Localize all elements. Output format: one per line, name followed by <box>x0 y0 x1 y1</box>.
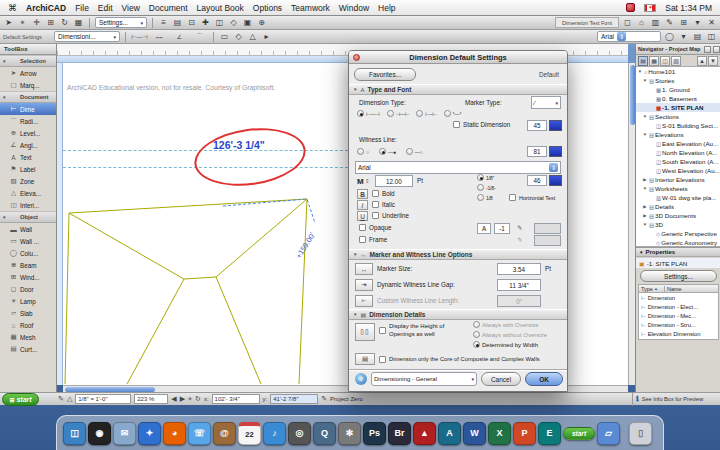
navigator-tree-item[interactable]: ▥ W-01 dwg site pla... <box>636 193 720 202</box>
disclosure-triangle[interactable]: ▼ <box>642 114 648 119</box>
navigator-tree-item[interactable]: ◫ S-01 Building Sect... <box>636 121 720 130</box>
vertical-scrollbar[interactable] <box>628 63 635 385</box>
font-family-dropdown[interactable]: Arial ⇕ <box>355 161 561 174</box>
toolbox-item[interactable]: ▱ Slab <box>0 307 56 319</box>
oversize-option[interactable]: Always with Oversize <box>473 320 547 329</box>
toolbar-icon[interactable]: ◇ <box>233 32 244 41</box>
navigator-tree-item[interactable]: ◫ West Elevation (Au... <box>636 166 720 175</box>
disclosure-triangle[interactable]: ▼ <box>642 132 648 137</box>
dialog-titlebar[interactable]: Dimension Default Settings <box>349 51 567 64</box>
toolbox-item[interactable]: ⌂ Roof <box>0 319 56 331</box>
navigator-settings-button[interactable]: Settings... <box>640 270 717 282</box>
menubar-clock[interactable]: Sat 1:34 PM <box>665 3 712 13</box>
dock-icon-word[interactable]: W <box>463 422 486 445</box>
navigator-tree-item[interactable]: ▼ ▤ 3D <box>636 220 720 229</box>
dimension-style-button[interactable]: ⌒ <box>191 32 208 41</box>
toolbar-icon[interactable]: ⊡ <box>186 18 197 27</box>
checkbox-icon[interactable] <box>509 194 516 201</box>
scale-dropdown[interactable]: 1/8" = 1'-0" <box>75 394 131 404</box>
disclosure-triangle[interactable]: ▼ <box>642 78 648 83</box>
menubar-item[interactable]: Options <box>253 3 282 13</box>
dock-icon-itunes[interactable]: ♪ <box>263 422 286 445</box>
dimension-type-option[interactable]: ⊢–⊢ <box>416 109 436 118</box>
dock-icon-safari[interactable]: ✦ <box>138 422 161 445</box>
section-type-and-font[interactable]: ▼ A Type and Font <box>349 84 567 95</box>
x-coordinate-field[interactable]: 102'- 3/4" <box>212 394 260 404</box>
dock-icon-firefox[interactable]: ◕ <box>163 422 186 445</box>
toolbar-icon[interactable]: ◯ <box>664 32 675 41</box>
stepper-icon[interactable]: ⇕ <box>549 163 558 172</box>
toolbox-item[interactable]: ▦ Mesh <box>0 331 56 343</box>
forward-arrow-icon[interactable]: ▶ <box>180 395 185 403</box>
dimension-style-button[interactable]: ∠ <box>171 33 188 40</box>
toolbar-icon[interactable]: ✚ <box>200 18 211 27</box>
properties-table-row[interactable]: ⊢ Dimension - Elect... <box>639 302 718 311</box>
static-dimension-checkbox-row[interactable]: Static Dimension <box>453 121 510 128</box>
toolbar-icon[interactable]: ▥ <box>650 18 661 27</box>
toolbar-icon[interactable]: ▤ <box>172 18 183 27</box>
toolbox-item[interactable]: ▼ Object <box>0 211 56 223</box>
italic-checkbox-row[interactable]: Italic <box>372 201 395 208</box>
navigator-tree-item[interactable]: ▦ 1. Ground <box>636 85 720 94</box>
opaque-pen-field[interactable]: -1 <box>494 223 510 234</box>
oversize-option[interactable]: Always without Oversize <box>473 330 547 339</box>
menubar-item[interactable]: File <box>75 3 89 13</box>
opaque-checkbox-row[interactable]: Opaque <box>359 224 391 231</box>
witness-line-option[interactable]: —○ <box>406 147 423 156</box>
navigator-collapse-button[interactable] <box>704 46 711 53</box>
toolbar-icon[interactable]: △ <box>247 32 258 41</box>
checkbox-icon[interactable] <box>372 201 379 208</box>
navigator-tree-item[interactable]: ◫ North Elevation (A... <box>636 148 720 157</box>
navigator-tree-item[interactable]: ▦ -1. SITE PLAN <box>636 103 720 112</box>
marker-size-field[interactable]: 3.54 <box>497 263 541 275</box>
menubar-item[interactable]: Document <box>149 3 188 13</box>
toolbar-icon[interactable]: ◫ <box>214 18 225 27</box>
navigator-tree-item[interactable]: ▼ ⌂ Home101 <box>636 67 720 76</box>
favorites-button[interactable]: Favorites... <box>354 68 416 81</box>
checkbox-icon[interactable] <box>372 190 379 197</box>
navigator-down-button[interactable]: ▼ <box>708 56 718 66</box>
dock-icon-archicad[interactable]: A <box>438 422 461 445</box>
navigator-tree-item[interactable]: ▼ ▤ Worksheets <box>636 184 720 193</box>
dock-icon-system-preferences[interactable]: ✻ <box>338 422 361 445</box>
toolbar-icon[interactable]: ▣ <box>242 18 253 27</box>
witness-line-option[interactable]: —● <box>379 147 396 156</box>
bold-checkbox-row[interactable]: Bold <box>372 190 395 197</box>
dock-icon-acrobat[interactable]: ▲ <box>413 422 436 445</box>
toolbox-item[interactable]: ≣ Beam <box>0 259 56 271</box>
dock-icon-dashboard[interactable]: ◉ <box>88 422 111 445</box>
toolbox-item[interactable]: ▭ Wall ... <box>0 235 56 247</box>
menubar-item[interactable]: Teamwork <box>291 3 330 13</box>
opaque-color-box[interactable] <box>534 223 561 234</box>
dimension-style-button[interactable]: ⊢—⊣ <box>131 33 148 40</box>
navigator-titlebar[interactable]: Navigator - Project Map <box>636 44 720 55</box>
witness-line-option[interactable]: ○ <box>357 147 369 156</box>
navigator-close-button[interactable] <box>713 46 720 53</box>
start-button[interactable]: ⊞ start <box>2 393 39 406</box>
toolbar-icon[interactable]: ◇ <box>228 18 239 27</box>
toolbox-item[interactable]: ◯ Colu... <box>0 247 56 259</box>
navigator-tree-item[interactable]: ◇ Generic Axonometry <box>636 238 720 247</box>
navigator-tree-item[interactable]: ◇ Generic Perspective <box>636 229 720 238</box>
disclosure-triangle[interactable]: ▼ <box>637 69 643 74</box>
tool-settings-dropdown[interactable]: Dimensioni... ▾ <box>54 31 120 42</box>
column-header-type[interactable]: Type ▲ <box>639 286 665 292</box>
section-dimension-details[interactable]: ▼ ▤ Dimension Details <box>349 309 567 320</box>
dock-icon-quicktime[interactable]: Q <box>313 422 336 445</box>
dock-icon-bridge[interactable]: Br <box>388 422 411 445</box>
properties-section-header[interactable]: ▼ Properties <box>636 247 720 257</box>
toolbar-icon[interactable]: ↻ <box>59 18 70 27</box>
toolbox-item[interactable]: ▬ Wall <box>0 223 56 235</box>
properties-table-row[interactable]: ⊢ Elevation Dimension <box>639 329 718 338</box>
dialog-close-button[interactable] <box>353 54 360 61</box>
properties-table-row[interactable]: ⊢ Dimension <box>639 293 718 302</box>
dock-icon-trash[interactable]: ▯ <box>629 422 652 445</box>
toolbox-title[interactable]: ToolBox <box>0 44 56 55</box>
toolbar-icon[interactable]: ▭ <box>219 32 230 41</box>
witness-gap-field[interactable]: 11 3/4" <box>497 279 541 291</box>
toolbar-icon[interactable]: ▾ <box>678 32 689 41</box>
toolbox-item[interactable]: ▤ Curt... <box>0 343 56 355</box>
fit-view-icon[interactable]: ⌖ <box>188 395 192 403</box>
pen-number-field[interactable]: 45 <box>527 120 547 131</box>
toolbar-icon[interactable]: ◫ <box>706 32 717 41</box>
